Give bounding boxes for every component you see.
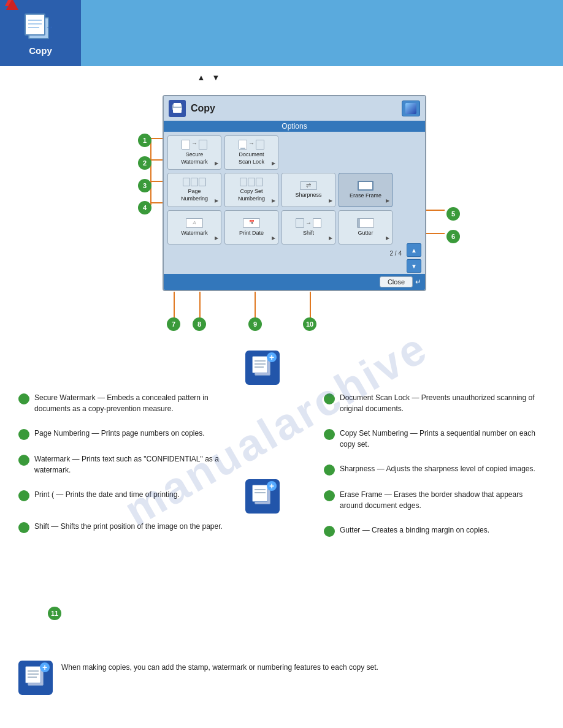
dialog-box: Copy Options → SecureWatermark ▶ [163, 95, 426, 291]
desc-item-1: Secure Watermark — Embeds a concealed pa… [18, 392, 239, 414]
copy-icon-box: → Copy [0, 0, 81, 66]
desc-dot-shift [18, 522, 29, 533]
dialog-close-bar: Close ↵ [164, 274, 425, 290]
callout-dot-8: 8 [193, 317, 206, 331]
desc-dot-4 [18, 455, 29, 466]
scroll-down-button[interactable]: ▼ [407, 259, 421, 273]
nav-arrows: ▲ ▼ [196, 72, 221, 82]
desc-right: Document Scan Lock — Prevents unauthoriz… [324, 392, 545, 550]
callout-dot-11: 11 [48, 607, 61, 620]
desc-text-4: Watermark — Prints text such as "CONFIDE… [34, 453, 239, 476]
desc-text-3: Page Numbering — Prints page numbers on … [34, 428, 204, 439]
feature-icon-2: + [245, 479, 280, 514]
scroll-up-button[interactable]: ▲ [407, 243, 421, 257]
desc-item-4: Watermark — Prints text such as "CONFIDE… [18, 453, 239, 476]
header-bar: → Copy [0, 0, 563, 66]
desc-text-r2: Copy Set Numbering — Prints a sequential… [340, 428, 545, 450]
nav-arrow-up[interactable]: ▲ [196, 72, 206, 82]
desc-item-5: Print ( — Prints the date and time of pr… [18, 489, 239, 501]
callout-dot-9: 9 [248, 317, 262, 331]
bottom-desc: When making copies, you can add the stam… [61, 662, 552, 673]
desc-left: Secure Watermark — Embeds a concealed pa… [18, 392, 239, 515]
desc-item-r4: Erase Frame — Erases the border shadow t… [324, 489, 545, 511]
secure-watermark-btn[interactable]: → SecureWatermark ▶ [167, 135, 221, 170]
desc-text-r3: Sharpness — Adjusts the sharpness level … [340, 463, 535, 474]
desc-dot-1 [18, 393, 29, 404]
desc-text-5: Print ( — Prints the date and time of pr… [34, 489, 180, 500]
dialog-row-2: PageNumbering ▶ Copy SetNumbering ▶ ⇌ [167, 173, 421, 207]
desc-item-r2: Copy Set Numbering — Prints a sequential… [324, 428, 545, 450]
dialog-titlebar: Copy [164, 96, 425, 121]
feature-icon-3: + [18, 661, 53, 695]
desc-text-r4: Erase Frame — Erases the border shadow t… [340, 489, 545, 511]
desc-dot-r2 [324, 429, 335, 440]
callout-dot-6: 6 [446, 230, 460, 243]
desc-item-r3: Sharpness — Adjusts the sharpness level … [324, 463, 545, 476]
dialog-row-3: A Watermark ▶ 📅 Print Date ▶ → [167, 210, 421, 245]
callout-dot-2: 2 [138, 156, 151, 170]
callout-dot-4: 4 [138, 201, 151, 214]
dialog-title-left: Copy [169, 100, 215, 117]
dialog-content: → SecureWatermark ▶ → DocumentScan Lock … [164, 132, 425, 248]
desc-left-2: Shift — Shifts the print position of the… [18, 521, 239, 547]
desc-dot-r3 [324, 464, 335, 476]
callout-dot-10: 10 [303, 317, 316, 331]
desc-item-r5: Gutter — Creates a binding margin on cop… [324, 525, 545, 537]
nav-arrow-down[interactable]: ▼ [211, 72, 221, 82]
callout-dot-5: 5 [446, 207, 460, 221]
page-numbering-btn[interactable]: PageNumbering ▶ [167, 173, 221, 207]
header-blue-bar [81, 0, 563, 66]
desc-item-3: Page Numbering — Prints page numbers on … [18, 428, 239, 440]
copy-label: Copy [29, 45, 52, 56]
desc-dot-3 [18, 429, 29, 440]
document-scan-lock-btn[interactable]: → DocumentScan Lock ▶ [224, 135, 278, 170]
copy-set-numbering-btn[interactable]: Copy SetNumbering ▶ [224, 173, 278, 207]
gutter-btn[interactable]: Gutter ▶ [339, 210, 393, 245]
close-button[interactable]: Close [380, 276, 413, 287]
desc-text-r1: Document Scan Lock — Prevents unauthoriz… [340, 392, 545, 414]
desc-text-1: Secure Watermark — Embeds a concealed pa… [34, 392, 239, 414]
feature-icon-1: + [245, 351, 280, 385]
watermark-btn[interactable]: A Watermark ▶ [167, 210, 221, 245]
enter-icon: ↵ [415, 278, 421, 286]
dialog-options-bar: Options [164, 121, 425, 132]
desc-dot-r1 [324, 393, 335, 404]
callout-dot-3: 3 [138, 179, 151, 192]
desc-item-shift: Shift — Shifts the print position of the… [18, 521, 239, 533]
dialog-title-text: Copy [191, 103, 215, 114]
callout-dot-1: 1 [138, 134, 151, 147]
desc-dot-r5 [324, 526, 335, 537]
erase-frame-btn[interactable]: Erase Frame ▶ [339, 173, 393, 207]
page-indicator: 2 / 4 [390, 250, 402, 257]
desc-item-r1: Document Scan Lock — Prevents unauthoriz… [324, 392, 545, 414]
dialog-row-1: → SecureWatermark ▶ → DocumentScan Lock … [167, 135, 421, 170]
sharpness-btn[interactable]: ⇌ Sharpness ▶ [282, 173, 335, 207]
desc-dot-5 [18, 490, 29, 501]
shift-btn[interactable]: → Shift ▶ [282, 210, 335, 245]
desc-dot-r4 [324, 490, 335, 501]
callout-dot-7: 7 [167, 317, 180, 331]
desc-text-r5: Gutter — Creates a binding margin on cop… [340, 525, 489, 536]
bottom-desc-text: When making copies, you can add the stam… [61, 662, 552, 673]
print-date-btn[interactable]: 📅 Print Date ▶ [224, 210, 278, 245]
dialog-close-button[interactable] [402, 100, 420, 116]
desc-text-shift: Shift — Shifts the print position of the… [34, 521, 223, 532]
